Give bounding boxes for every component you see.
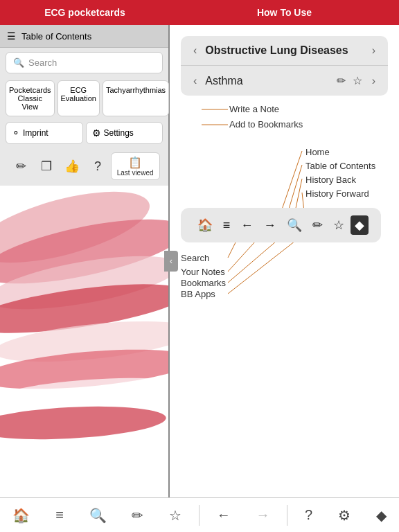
top-header: ECG pocketcards How To Use [0,0,399,25]
bottom-help-icon[interactable]: ? [296,503,321,527]
toolbar-home-icon[interactable]: 🏠 [193,215,217,236]
bottom-diamond-icon[interactable]: ◆ [368,503,395,528]
search-annotation-label: Search [181,253,209,263]
toolbar-diamond-icon[interactable]: ◆ [351,215,369,235]
header-left: ECG pocketcards [0,0,170,25]
toolbar-search-icon[interactable]: 🔍 [283,215,306,236]
copy-icon-btn[interactable]: ❐ [34,154,59,179]
annotations-area: Write a Note Add to Bookmarks [181,104,388,298]
bottom-toolbar: 🏠 ≡ 🔍 ✏ ☆ ← → ? ⚙ ◆ [0,497,399,532]
edit-note-icon[interactable]: ✏ [337,74,346,87]
section-title: How To Use [257,7,312,18]
toolbar-star-icon[interactable]: ☆ [329,215,348,236]
toolbar-pencil-icon[interactable]: ✏ [308,215,327,236]
sidebar-row2: ⚬ Imprint ⚙ Settings [0,119,168,147]
nav-child-title: Asthma [205,75,330,87]
search-icon: 🔍 [13,57,24,68]
search-bar[interactable]: 🔍 Search [6,52,163,73]
right-panel: ‹ Obstructive Lung Diseases › ‹ Asthma ✏… [170,25,399,497]
bottom-divider [199,505,200,526]
imprint-btn[interactable]: ⚬ Imprint [6,122,83,144]
your-notes-label: Your Notes [181,267,225,277]
toolbar-back-icon[interactable]: ← [236,215,257,236]
header-right: How To Use [170,0,399,25]
toc-annotation-label: Table of Contents [305,161,375,171]
nav-card: ‹ Obstructive Lung Diseases › ‹ Asthma ✏… [181,36,388,96]
toolbar-forward-icon[interactable]: → [260,215,281,236]
write-note-label: Write a Note [229,104,279,114]
main-content: ☰ Table of Contents 🔍 Search Pocketcards… [0,25,399,497]
thumbsup-icon-btn[interactable]: 👍 [60,154,85,179]
nav-parent-title: Obstructive Lung Diseases [205,44,363,57]
waves-area [0,186,168,497]
bookmarks-annotation-label: Bookmarks [181,278,226,288]
toolbar-card: 🏠 ≡ ← → 🔍 ✏ ☆ ◆ [181,208,381,242]
toc-icon: ☰ [7,30,16,42]
pocketcards-classic-btn[interactable]: Pocketcards Classic View [6,80,55,116]
help-icon-btn[interactable]: ? [85,154,110,179]
bottom-star-icon[interactable]: ☆ [161,503,190,528]
search-placeholder: Search [28,57,57,68]
bottom-home-icon[interactable]: 🏠 [4,503,38,528]
toc-header[interactable]: ☰ Table of Contents [0,25,168,48]
nav-child-back-chevron[interactable]: ‹ [190,75,200,87]
svg-line-4 [295,179,302,211]
bottom-list-icon[interactable]: ≡ [47,503,72,527]
bookmark-icon[interactable]: ☆ [353,74,362,87]
ecg-evaluation-btn[interactable]: ECG Evaluation [57,80,100,116]
add-bookmarks-label: Add to Bookmarks [229,119,303,130]
svg-line-8 [228,241,276,283]
toc-label: Table of Contents [21,31,91,42]
edit-icon-btn[interactable]: ✏ [8,154,33,179]
bottom-back-icon[interactable]: ← [209,503,239,527]
svg-line-3 [288,165,302,211]
last-viewed-btn[interactable]: 📋 Last viewed [111,152,160,180]
svg-line-6 [228,241,236,258]
nav-child-forward-chevron[interactable]: › [369,75,378,87]
last-viewed-label: Last viewed [117,169,154,177]
svg-line-7 [228,241,256,272]
nav-back-chevron[interactable]: ‹ [190,44,200,57]
nav-parent-row: ‹ Obstructive Lung Diseases › [181,36,388,66]
nav-child-row: ‹ Asthma ✏ ☆ › [181,66,388,96]
settings-icon: ⚙ [92,127,101,139]
nav-actions: ✏ ☆ › [337,74,378,87]
imprint-icon: ⚬ [12,127,20,139]
sidebar: ☰ Table of Contents 🔍 Search Pocketcards… [0,25,170,497]
app-title: ECG pocketcards [44,7,125,18]
nav-forward-chevron[interactable]: › [369,44,378,57]
bottom-pencil-icon[interactable]: ✏ [123,503,152,528]
bottom-gear-icon[interactable]: ⚙ [330,503,359,528]
sidebar-icons-row: ✏ ❐ 👍 ? 📋 Last viewed [0,147,168,186]
history-forward-label: History Forward [305,188,369,199]
toolbar-list-icon[interactable]: ≡ [219,215,235,236]
last-viewed-icon: 📋 [128,156,142,169]
bottom-search-icon[interactable]: 🔍 [81,503,115,528]
home-label: Home [305,147,330,157]
sidebar-buttons-row: Pocketcards Classic View ECG Evaluation … [0,78,168,119]
bottom-divider-2 [287,505,287,526]
svg-line-2 [281,151,302,211]
bottom-forward-icon[interactable]: → [247,503,278,527]
tachyarrhythmias-btn[interactable]: Tachyarrhythmias [103,80,169,116]
settings-btn[interactable]: ⚙ Settings [86,122,163,144]
svg-line-9 [228,241,295,294]
bb-apps-label: BB Apps [181,289,215,299]
collapse-toggle[interactable]: ‹ [164,251,178,272]
history-back-label: History Back [305,175,356,185]
